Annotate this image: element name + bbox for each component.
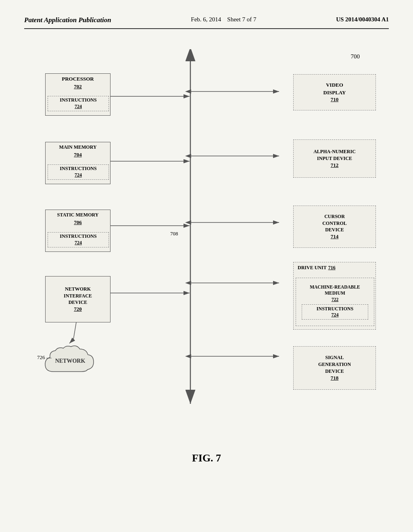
patent-diagram: 700 708 PROCESSOR 702 INSTRUCTIONS 724 M… (33, 49, 380, 444)
main-memory-instructions-ref: 724 (75, 172, 82, 179)
header-date-sheet: Feb. 6, 2014 Sheet 7 of 7 (191, 16, 256, 23)
medium-label: MACHINE-READABLEMEDIUM (310, 284, 360, 296)
sheet-info: Sheet 7 of 7 (227, 16, 256, 23)
processor-instructions-box: INSTRUCTIONS 724 (48, 96, 109, 111)
alpha-numeric-ref: 712 (331, 162, 339, 169)
network-cloud-container: NETWORK (41, 343, 100, 380)
drive-instructions-label: INSTRUCTIONS (317, 306, 353, 312)
cursor-control-label: CURSORCONTROLDEVICE (322, 213, 347, 233)
static-memory-instructions-ref: 724 (75, 240, 82, 246)
signal-generation-box: SIGNALGENERATIONDEVICE 718 (293, 346, 376, 390)
medium-ref: 722 (332, 297, 338, 303)
processor-instructions-label: INSTRUCTIONS (60, 97, 96, 104)
medium-box: MACHINE-READABLEMEDIUM 722 INSTRUCTIONS … (296, 278, 374, 326)
cursor-control-ref: 714 (331, 233, 339, 240)
static-memory-ref: 706 (48, 219, 108, 226)
network-interface-box: NETWORKINTERFACEDEVICE 720 (45, 276, 111, 322)
processor-ref: 702 (48, 83, 108, 90)
alpha-numeric-box: ALPHA-NUMERICINPUT DEVICE 712 (293, 139, 376, 178)
drive-instructions-ref: 724 (332, 312, 339, 318)
drive-unit-label: DRIVE UNIT (298, 265, 327, 271)
drive-unit-box: DRIVE UNIT 716 MACHINE-READABLEMEDIUM 72… (293, 262, 376, 330)
static-memory-instructions-box: INSTRUCTIONS 724 (48, 232, 109, 247)
static-memory-label: STATIC MEMORY (48, 212, 108, 218)
alpha-numeric-label: ALPHA-NUMERICINPUT DEVICE (313, 148, 356, 162)
video-display-label: VIDEODISPLAY (323, 81, 346, 96)
svg-line-14 (69, 339, 73, 343)
publication-type: Patent Application Publication (24, 16, 111, 24)
main-memory-label: MAIN MEMORY (48, 144, 108, 151)
main-memory-instructions-label: INSTRUCTIONS (60, 166, 96, 172)
cursor-control-box: CURSORCONTROLDEVICE 714 (293, 206, 376, 248)
patent-number: US 2014/0040304 A1 (336, 16, 389, 23)
video-display-box: VIDEODISPLAY 710 (293, 74, 376, 110)
drive-unit-header: DRIVE UNIT 716 (296, 265, 373, 271)
publication-date: Feb. 6, 2014 (191, 16, 221, 23)
main-memory-box: MAIN MEMORY 704 INSTRUCTIONS 724 (45, 142, 111, 184)
diagram-ref-700: 700 (351, 53, 360, 60)
processor-label: PROCESSOR (48, 76, 108, 83)
drive-instructions-box: INSTRUCTIONS 724 (302, 304, 368, 320)
main-memory-instructions-box: INSTRUCTIONS 724 (48, 164, 109, 180)
processor-box: PROCESSOR 702 INSTRUCTIONS 724 (45, 73, 111, 116)
network-ref-label: 726 — (37, 354, 52, 361)
static-memory-box: STATIC MEMORY 706 INSTRUCTIONS 724 (45, 210, 111, 252)
page: Patent Application Publication Feb. 6, 2… (0, 0, 413, 532)
page-header: Patent Application Publication Feb. 6, 2… (24, 16, 389, 29)
network-interface-ref: 720 (74, 306, 82, 313)
bus-ref-label: 708 (170, 231, 178, 237)
processor-instructions-ref: 724 (75, 104, 82, 110)
signal-generation-ref: 718 (331, 375, 339, 382)
network-cloud-svg: NETWORK (41, 343, 100, 380)
svg-text:NETWORK: NETWORK (55, 358, 86, 364)
signal-generation-label: SIGNALGENERATIONDEVICE (318, 354, 351, 374)
static-memory-instructions-label: INSTRUCTIONS (60, 233, 96, 240)
drive-unit-ref: 716 (328, 265, 336, 271)
network-interface-label: NETWORKINTERFACEDEVICE (64, 286, 92, 306)
main-memory-ref: 704 (48, 152, 108, 158)
video-display-ref: 710 (331, 96, 339, 103)
figure-caption: FIG. 7 (24, 452, 389, 464)
